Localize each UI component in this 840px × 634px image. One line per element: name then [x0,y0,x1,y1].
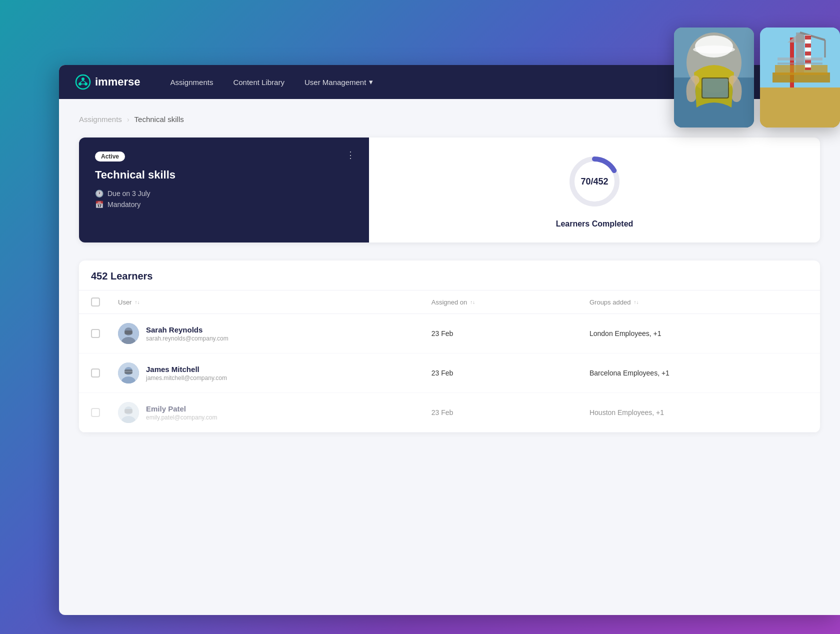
assignment-row: Active ⋮ Technical skills 🕐 Due on 3 Jul… [79,138,820,242]
table-row: Emily Patel emily.patel@company.com 23 F… [79,393,820,432]
assignment-meta: 🕐 Due on 3 July 📅 Mandatory [95,190,353,208]
user-sort-icon: ↑↓ [134,300,140,305]
learners-count: 452 Learners [91,270,808,282]
donut-text: 70/452 [580,176,608,187]
groups-sort-icon: ↑↓ [634,300,638,305]
svg-rect-4 [702,78,728,98]
row-checkbox-1[interactable] [91,329,100,338]
nav-link-content-library[interactable]: Content Library [233,78,284,86]
app-window: immerse Assignments Content Library User… [59,65,840,615]
user-email-2: james.mitchell@company.com [146,374,227,382]
breadcrumb-parent[interactable]: Assignments [79,115,122,124]
user-name-3: Emily Patel [146,404,217,413]
logo[interactable]: immerse [75,74,140,90]
learners-table: User ↑↓ Assigned on ↑↓ G [79,290,820,432]
active-badge: Active [95,152,125,162]
svg-point-35 [82,78,84,80]
donut-chart: 70/452 [564,152,624,212]
svg-rect-16 [805,35,811,70]
row-checkbox-2[interactable] [91,368,100,378]
svg-rect-8 [760,88,840,128]
groups-2: Barcelona Employees, +1 [578,354,820,393]
select-all-checkbox[interactable] [91,298,100,306]
table-header-row: User ↑↓ Assigned on ↑↓ G [79,290,820,314]
avatar-sarah [118,323,139,344]
assigned-date-1: 23 Feb [420,314,578,354]
avatar-james [118,362,139,384]
avatar-emily [118,402,139,423]
user-name-1: Sarah Reynolds [146,326,228,334]
float-img-worker [674,28,754,128]
user-cell-3: Emily Patel emily.patel@company.com [118,402,408,423]
svg-line-38 [80,80,83,82]
user-info-1: Sarah Reynolds sarah.reynolds@company.co… [146,326,228,342]
nav-links: Assignments Content Library User Managem… [170,78,374,86]
table-row: James Mitchell james.mitchell@company.co… [79,354,820,393]
learners-header: 452 Learners [79,260,820,282]
table-row: Sarah Reynolds sarah.reynolds@company.co… [79,314,820,354]
floating-images [674,28,840,128]
more-options-button[interactable]: ⋮ [342,148,359,162]
assigned-date-2: 23 Feb [420,354,578,393]
mandatory-item: 📅 Mandatory [95,200,353,208]
user-email-3: emily.patel@company.com [146,414,217,421]
svg-rect-15 [775,65,828,75]
row-checkbox-3[interactable] [91,408,100,417]
user-cell-2: James Mitchell james.mitchell@company.co… [118,362,408,384]
svg-rect-55 [124,409,132,414]
user-info-2: James Mitchell james.mitchell@company.co… [146,365,227,382]
groups-1: London Employees, +1 [578,314,820,354]
svg-rect-19 [778,58,822,60]
due-date-label: Due on 3 July [108,190,150,198]
header-checkbox-col [79,290,106,314]
assignment-card: Active ⋮ Technical skills 🕐 Due on 3 Jul… [79,138,369,242]
learners-section: 452 Learners User ↑↓ [79,260,820,432]
header-groups-added[interactable]: Groups added ↑↓ [578,290,820,314]
groups-3: Houston Employees, +1 [578,393,820,432]
svg-line-39 [83,80,86,82]
float-img-rig [760,28,840,128]
header-assigned-on[interactable]: Assigned on ↑↓ [420,290,578,314]
learners-completed-label: Learners Completed [556,220,634,228]
page-content: Assignments › Technical skills Active ⋮ … [59,99,840,448]
svg-point-6 [693,46,735,54]
user-info-3: Emily Patel emily.patel@company.com [146,404,217,421]
assigned-sort-icon: ↑↓ [470,300,475,305]
nav-link-assignments[interactable]: Assignments [170,78,214,86]
due-date-item: 🕐 Due on 3 July [95,190,353,198]
logo-icon [75,74,91,90]
assigned-date-3: 23 Feb [420,393,578,432]
svg-rect-20 [778,62,822,64]
calendar-icon: 📅 [95,200,104,208]
header-user[interactable]: User ↑↓ [106,290,420,314]
user-email-1: sarah.reynolds@company.com [146,335,228,342]
clock-icon: 🕐 [95,190,104,198]
breadcrumb-separator: › [127,116,130,124]
learners-tbody: Sarah Reynolds sarah.reynolds@company.co… [79,314,820,432]
svg-rect-46 [124,330,132,334]
learners-completed-panel: 70/452 Learners Completed [369,138,820,242]
user-name-2: James Mitchell [146,365,227,374]
svg-point-34 [76,75,90,89]
logo-text: immerse [95,76,140,88]
mandatory-label: Mandatory [108,200,140,208]
breadcrumb-current: Technical skills [134,115,184,124]
chevron-down-icon: ▾ [369,78,373,86]
assignment-title: Technical skills [95,168,353,182]
user-cell-1: Sarah Reynolds sarah.reynolds@company.co… [118,323,408,344]
nav-link-user-management[interactable]: User Management ▾ [304,78,373,86]
